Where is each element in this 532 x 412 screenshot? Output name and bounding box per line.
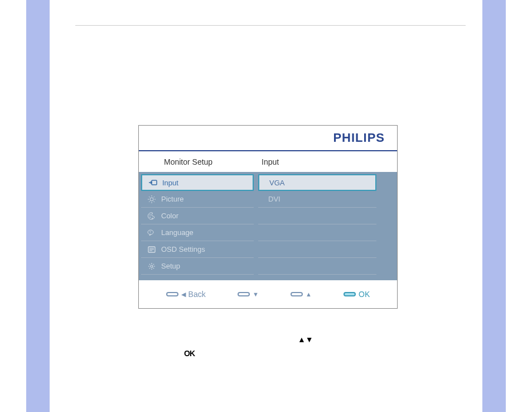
svg-point-10 [149,214,151,215]
down-arrow-icon: ▼ [253,291,259,298]
submenu-item-label: DVI [268,195,280,203]
divider-top [75,25,466,26]
ok-label: OK [359,290,370,299]
language-icon: ? [146,229,158,236]
pill-icon [238,292,250,296]
main-menu-column: Input Picture Color ? Language [139,172,256,280]
menu-item-label: Color [161,212,178,220]
menu-item-label: OSD Settings [161,245,205,253]
ok-button[interactable]: OK [344,290,370,299]
instruction-ok: OK [184,349,195,358]
column-header-left: Monitor Setup [139,157,253,166]
menu-item-label: Input [162,179,178,187]
svg-point-11 [149,217,151,218]
back-button[interactable]: ◀ Back [166,290,206,299]
down-button[interactable]: ▼ [238,291,259,298]
brightness-icon [146,195,158,203]
brand-logo: PHILIPS [333,131,385,145]
menu-item-language[interactable]: ? Language [141,224,254,241]
svg-line-7 [154,201,155,202]
menu-item-label: Language [161,228,194,237]
submenu-item-empty [258,208,376,224]
submenu-item-vga[interactable]: VGA [258,174,376,191]
up-button[interactable]: ▲ [291,291,312,298]
doc-sidebar-right [482,0,506,412]
osd-body: Input Picture Color ? Language [139,172,397,280]
svg-point-12 [152,218,153,219]
gear-icon [146,262,158,270]
osd-footer: ◀ Back ▼ ▲ OK [139,280,397,308]
svg-point-19 [151,265,153,267]
osd-column-headers: Monitor Setup Input [139,151,397,172]
svg-rect-0 [152,180,157,185]
up-arrow-icon: ▲ [306,291,312,298]
back-label: Back [188,290,206,299]
pill-icon [291,292,303,296]
svg-line-9 [154,197,155,198]
submenu-item-dvi[interactable]: DVI [258,191,376,208]
menu-item-color[interactable]: Color [141,208,254,224]
column-header-right: Input [253,157,376,166]
pill-icon [166,292,178,296]
menu-item-label: Setup [161,262,180,270]
osd-icon [146,246,158,253]
sub-menu-column: VGA DVI [256,172,379,280]
svg-line-6 [149,197,150,198]
submenu-item-label: VGA [269,179,284,187]
menu-item-setup[interactable]: Setup [141,258,254,275]
submenu-item-empty [258,224,376,241]
osd-header: PHILIPS [139,126,397,151]
input-icon [147,179,159,186]
color-icon [146,212,158,220]
left-arrow-icon: ◀ [181,291,186,298]
pill-icon [344,292,356,296]
osd-window: PHILIPS Monitor Setup Input Input Pictur… [138,125,398,309]
menu-item-picture[interactable]: Picture [141,191,254,208]
menu-item-osd-settings[interactable]: OSD Settings [141,241,254,258]
menu-item-label: Picture [161,195,183,203]
menu-item-input[interactable]: Input [141,174,254,191]
svg-text:?: ? [149,231,151,234]
submenu-item-empty [258,241,376,258]
instruction-arrows: ▲▼ [298,335,313,344]
doc-sidebar-left [26,0,50,412]
submenu-item-empty [258,258,376,275]
svg-point-1 [150,198,153,201]
svg-line-8 [149,201,150,202]
